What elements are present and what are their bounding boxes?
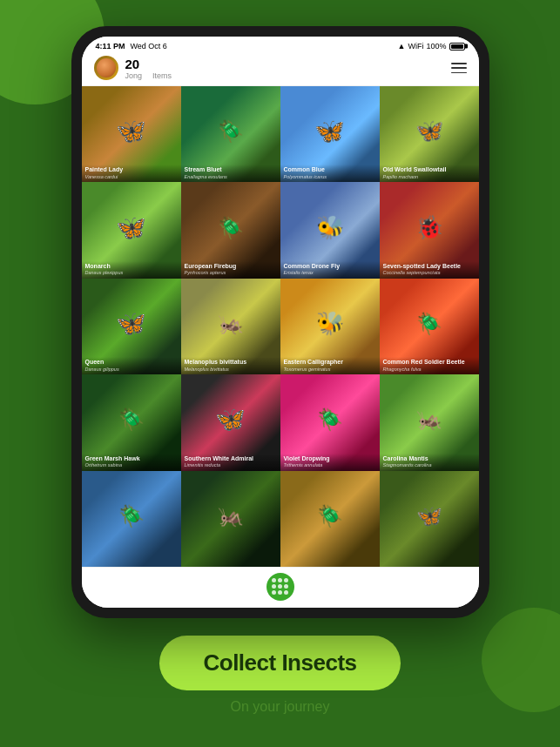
cell-common-2: Common Blue bbox=[284, 166, 376, 173]
menu-line-1 bbox=[451, 63, 467, 64]
dot-7 bbox=[272, 590, 276, 595]
status-date: Wed Oct 6 bbox=[131, 42, 167, 50]
grid-cell-9[interactable]: 🦗 Melanoplus bivittatus Melanoplus bivit… bbox=[181, 279, 280, 374]
cell-common-12: Green Marsh Hawk bbox=[85, 455, 178, 462]
grid-cell-0[interactable]: 🦋 Painted Lady Vanessa cardui bbox=[82, 86, 181, 182]
grid-cell-17[interactable]: 🦗 bbox=[181, 471, 280, 567]
cell-latin-2: Polyommatus icarus bbox=[284, 174, 376, 180]
app-header: 20 Jong Items bbox=[82, 52, 479, 86]
cell-latin-1: Enallagma exsulans bbox=[185, 174, 277, 180]
dot-5 bbox=[278, 584, 282, 589]
dot-4 bbox=[272, 584, 276, 589]
cell-latin-12: Orthetrum sabina bbox=[85, 462, 178, 468]
cell-latin-10: Toxomerus geminatus bbox=[284, 367, 376, 373]
cell-latin-3: Papilio machaon bbox=[383, 174, 476, 180]
tab-home-button[interactable] bbox=[267, 573, 294, 601]
battery-percent: 100% bbox=[426, 42, 446, 50]
cell-label-3: Old World Swallowtail Papilio machaon bbox=[380, 165, 479, 182]
grid-cell-10[interactable]: 🐝 Eastern Calligrapher Toxomerus geminat… bbox=[280, 279, 380, 374]
cell-label-12: Green Marsh Hawk Orthetrum sabina bbox=[82, 454, 181, 471]
cell-label-0: Painted Lady Vanessa cardui bbox=[82, 165, 181, 182]
cta-text: Collect Insects bbox=[203, 649, 356, 676]
dot-6 bbox=[284, 584, 288, 589]
grid-cell-18[interactable]: 🪲 bbox=[280, 471, 380, 567]
wifi-icon: WiFi bbox=[408, 42, 423, 50]
grid-cell-2[interactable]: 🦋 Common Blue Polyommatus icarus bbox=[280, 86, 380, 182]
cell-common-1: Stream Bluet bbox=[185, 166, 277, 173]
cell-common-11: Common Red Soldier Beetle bbox=[383, 359, 476, 366]
user-info: 20 Jong Items bbox=[125, 57, 172, 80]
cell-common-5: European Firebug bbox=[185, 263, 277, 270]
grid-cell-12[interactable]: 🪲 Green Marsh Hawk Orthetrum sabina bbox=[82, 374, 181, 470]
dot-1 bbox=[272, 578, 276, 582]
cell-common-0: Painted Lady bbox=[85, 166, 178, 173]
grid-cell-1[interactable]: 🪲 Stream Bluet Enallagma exsulans bbox=[181, 86, 280, 182]
cell-label-7: Seven-spotted Lady Beetle Coccinella sep… bbox=[380, 261, 479, 279]
menu-button[interactable] bbox=[451, 63, 467, 73]
page-container: 4:11 PM Wed Oct 6 ▲ WiFi 100% bbox=[0, 0, 560, 747]
bottom-section: Collect Insects On your journey bbox=[159, 618, 400, 723]
battery-icon bbox=[449, 43, 465, 50]
cell-label-1: Stream Bluet Enallagma exsulans bbox=[181, 165, 280, 182]
bg-blob-br bbox=[482, 608, 560, 712]
grid-cell-5[interactable]: 🪲 European Firebug Pyrrhocoris apterus bbox=[181, 182, 280, 278]
user-name: Jong bbox=[125, 71, 143, 80]
grid-cell-13[interactable]: 🦋 Southern White Admiral Limenitis reduc… bbox=[181, 374, 280, 470]
grid-cell-19[interactable]: 🦋 bbox=[380, 471, 479, 567]
cell-latin-14: Trithemis annulata bbox=[284, 462, 376, 468]
battery-fill bbox=[451, 44, 463, 49]
grid-cell-15[interactable]: 🦗 Carolina Mantis Stagmomantis carolina bbox=[380, 374, 479, 470]
menu-line-3 bbox=[451, 72, 467, 74]
cell-label-5: European Firebug Pyrrhocoris apterus bbox=[181, 261, 280, 279]
dot-2 bbox=[278, 578, 282, 582]
cell-label-15: Carolina Mantis Stagmomantis carolina bbox=[380, 454, 479, 471]
cell-latin-8: Danaus gilippus bbox=[85, 367, 178, 373]
tab-dots-icon bbox=[272, 578, 289, 596]
cell-common-6: Common Drone Fly bbox=[284, 263, 376, 270]
cell-common-14: Violet Dropwing bbox=[284, 455, 376, 462]
grid-cell-8[interactable]: 🦋 Queen Danaus gilippus bbox=[82, 279, 181, 374]
cell-common-4: Monarch bbox=[85, 263, 178, 270]
user-count: 20 bbox=[125, 57, 172, 71]
item-count: 20 bbox=[125, 57, 140, 71]
cell-common-3: Old World Swallowtail bbox=[383, 166, 476, 173]
cell-label-6: Common Drone Fly Eristalis tenax bbox=[280, 261, 380, 279]
cell-latin-11: Rhagonycha fulva bbox=[383, 367, 476, 373]
cell-label-14: Violet Dropwing Trithemis annulata bbox=[280, 454, 380, 471]
cell-latin-15: Stagmomantis carolina bbox=[383, 462, 476, 468]
menu-line-2 bbox=[451, 67, 467, 69]
cell-latin-5: Pyrrhocoris apterus bbox=[185, 270, 277, 276]
insect-grid: 🦋 Painted Lady Vanessa cardui 🪲 Stream B… bbox=[82, 86, 479, 567]
grid-cell-3[interactable]: 🦋 Old World Swallowtail Papilio machaon bbox=[380, 86, 479, 182]
device-frame: 4:11 PM Wed Oct 6 ▲ WiFi 100% bbox=[71, 26, 489, 618]
grid-cell-7[interactable]: 🐞 Seven-spotted Lady Beetle Coccinella s… bbox=[380, 182, 479, 278]
cell-common-13: Southern White Admiral bbox=[185, 455, 277, 462]
cell-latin-6: Eristalis tenax bbox=[284, 270, 376, 276]
cell-label-9: Melanoplus bivittatus Melanoplus bivitta… bbox=[181, 357, 280, 374]
cell-common-10: Eastern Calligrapher bbox=[284, 359, 376, 366]
cell-common-15: Carolina Mantis bbox=[383, 455, 476, 462]
dot-8 bbox=[278, 590, 282, 595]
cta-subtitle: On your journey bbox=[231, 699, 330, 715]
grid-cell-14[interactable]: 🪲 Violet Dropwing Trithemis annulata bbox=[280, 374, 380, 470]
cell-label-13: Southern White Admiral Limenitis reducta bbox=[181, 454, 280, 471]
cell-common-9: Melanoplus bivittatus bbox=[185, 359, 277, 366]
cell-latin-13: Limenitis reducta bbox=[185, 462, 277, 468]
status-right: ▲ WiFi 100% bbox=[398, 42, 465, 50]
cta-button[interactable]: Collect Insects bbox=[159, 636, 400, 690]
dot-3 bbox=[284, 578, 288, 582]
device-screen: 4:11 PM Wed Oct 6 ▲ WiFi 100% bbox=[82, 37, 479, 608]
cell-common-8: Queen bbox=[85, 359, 178, 366]
cell-common-7: Seven-spotted Lady Beetle bbox=[383, 263, 476, 270]
avatar bbox=[94, 56, 118, 80]
grid-cell-4[interactable]: 🦋 Monarch Danaus plexippus bbox=[82, 182, 181, 278]
grid-cell-6[interactable]: 🐝 Common Drone Fly Eristalis tenax bbox=[280, 182, 380, 278]
cell-label-2: Common Blue Polyommatus icarus bbox=[280, 165, 380, 182]
grid-cell-16[interactable]: 🪲 bbox=[82, 471, 181, 567]
status-time: 4:11 PM bbox=[96, 42, 125, 50]
cell-latin-4: Danaus plexippus bbox=[85, 270, 178, 276]
grid-cell-11[interactable]: 🪲 Common Red Soldier Beetle Rhagonycha f… bbox=[380, 279, 479, 374]
cell-latin-7: Coccinella septempunctata bbox=[383, 270, 476, 276]
cell-latin-0: Vanessa cardui bbox=[85, 174, 178, 180]
items-label: Items bbox=[152, 71, 172, 80]
